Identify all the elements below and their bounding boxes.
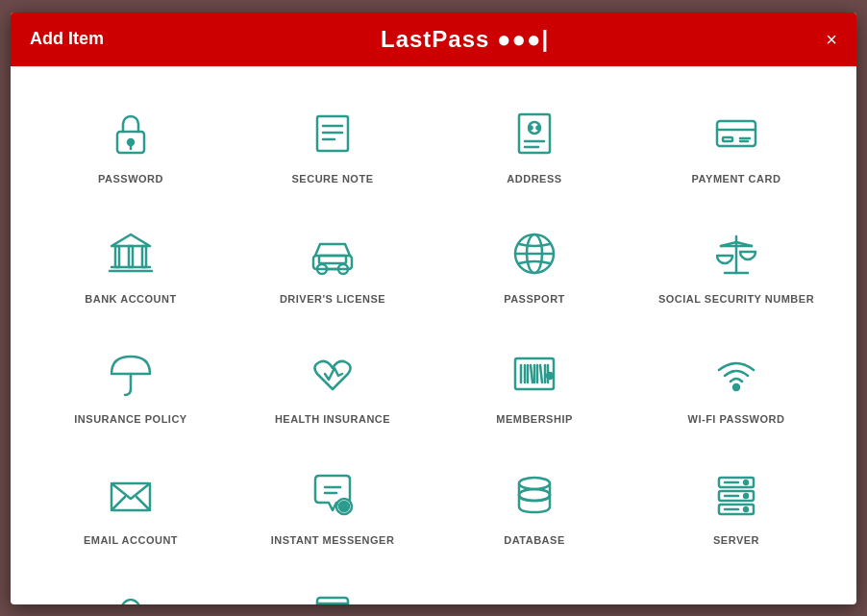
item-label-payment-card: PAYMENT CARD <box>692 172 781 186</box>
grid-item-payment-card[interactable]: PAYMENT CARD <box>635 86 837 206</box>
item-label-insurance-policy: INSURANCE POLICY <box>74 412 186 427</box>
svg-point-57 <box>340 505 342 506</box>
scale-icon <box>707 225 765 283</box>
svg-point-59 <box>346 505 348 506</box>
grid-item-instant-messenger[interactable]: INSTANT MESSENGER <box>232 447 434 567</box>
database-icon <box>506 466 563 524</box>
car-icon <box>304 225 361 283</box>
svg-line-52 <box>136 497 150 510</box>
svg-rect-15 <box>723 137 732 141</box>
grid-item-bank-account[interactable]: BANK ACCOUNT <box>30 206 232 326</box>
grid-item-address[interactable]: ADDRESS <box>434 86 635 206</box>
svg-point-67 <box>744 507 748 511</box>
svg-rect-21 <box>142 246 146 267</box>
svg-point-12 <box>537 126 540 129</box>
grid-item-secure-note[interactable]: SECURE NOTE <box>232 86 434 206</box>
modal-body[interactable]: PASSWORD SECURE NOTE ADDRESS PAYMENT CAR… <box>11 66 856 604</box>
bank-icon <box>102 225 160 283</box>
grid-item-server[interactable]: SERVER <box>635 447 837 567</box>
item-label-wifi-password: WI-FI PASSWORD <box>688 412 785 427</box>
grid-item-database[interactable]: DATABASE <box>434 447 635 567</box>
svg-marker-18 <box>111 234 150 246</box>
svg-line-51 <box>111 497 125 510</box>
grid-item-email-account[interactable]: EMAIL ACCOUNT <box>30 447 232 567</box>
modal-header: Add Item LastPass ●●●| × <box>11 12 856 66</box>
item-label-social-security: SOCIAL SECURITY NUMBER <box>658 292 814 307</box>
svg-point-11 <box>530 126 533 129</box>
item-label-server: SERVER <box>713 533 759 548</box>
lastpass-logo: LastPass ●●●| <box>381 26 549 53</box>
chat-icon <box>304 466 361 524</box>
item-label-email-account: EMAIL ACCOUNT <box>84 533 178 548</box>
grid-item-passport[interactable]: PASSPORT <box>434 206 635 326</box>
barcode-icon <box>506 345 563 403</box>
grid-item-health-insurance[interactable]: HEALTH INSURANCE <box>232 326 434 446</box>
email-icon <box>102 466 160 524</box>
close-button[interactable]: × <box>826 30 837 49</box>
grid-item-password[interactable]: PASSWORD <box>30 86 232 206</box>
hat-icon <box>102 586 160 604</box>
item-label-password: PASSWORD <box>98 172 163 186</box>
modal-title: Add Item <box>30 29 104 49</box>
server-icon <box>707 466 765 524</box>
item-label-address: ADDRESS <box>507 172 561 186</box>
svg-point-66 <box>744 494 748 498</box>
item-label-health-insurance: HEALTH INSURANCE <box>275 412 390 427</box>
grid-item-social-security[interactable]: SOCIAL SECURITY NUMBER <box>635 206 837 326</box>
svg-point-61 <box>519 489 550 501</box>
item-label-drivers-license: DRIVER'S LICENSE <box>280 292 385 307</box>
lock-icon <box>102 105 160 162</box>
svg-point-65 <box>744 480 748 484</box>
svg-rect-20 <box>129 246 133 267</box>
card-icon <box>707 105 765 162</box>
svg-line-45 <box>540 365 542 382</box>
heart-icon <box>304 345 361 403</box>
svg-point-48 <box>547 373 553 379</box>
svg-point-49 <box>733 384 739 390</box>
address-icon <box>506 105 563 162</box>
grid-item-wifi-password[interactable]: WI-FI PASSWORD <box>635 326 837 446</box>
item-label-passport: PASSPORT <box>504 292 565 307</box>
item-label-bank-account: BANK ACCOUNT <box>85 292 176 307</box>
grid-item-membership[interactable]: MEMBERSHIP <box>434 326 635 446</box>
umbrella-icon <box>102 345 160 403</box>
items-grid: PASSWORD SECURE NOTE ADDRESS PAYMENT CAR… <box>11 76 856 604</box>
item-label-secure-note: SECURE NOTE <box>292 172 374 186</box>
passport-icon <box>506 225 563 283</box>
wifi-icon <box>707 345 765 403</box>
svg-rect-27 <box>319 256 346 263</box>
item-label-membership: MEMBERSHIP <box>496 412 573 427</box>
add-item-modal: Add Item LastPass ●●●| × PASSWORD SECURE… <box>11 12 856 604</box>
tablet-icon <box>304 586 361 604</box>
note-icon <box>304 105 361 162</box>
svg-rect-19 <box>115 246 119 267</box>
item-label-database: DATABASE <box>504 533 564 548</box>
svg-line-42 <box>531 365 533 382</box>
item-label-instant-messenger: INSTANT MESSENGER <box>271 533 395 548</box>
svg-point-60 <box>519 478 550 489</box>
svg-point-58 <box>343 505 345 506</box>
grid-item-drivers-license[interactable]: DRIVER'S LICENSE <box>232 206 434 326</box>
grid-item-insurance-policy[interactable]: INSURANCE POLICY <box>30 326 232 446</box>
grid-item-more2[interactable] <box>232 567 434 604</box>
grid-item-more1[interactable] <box>30 567 232 604</box>
